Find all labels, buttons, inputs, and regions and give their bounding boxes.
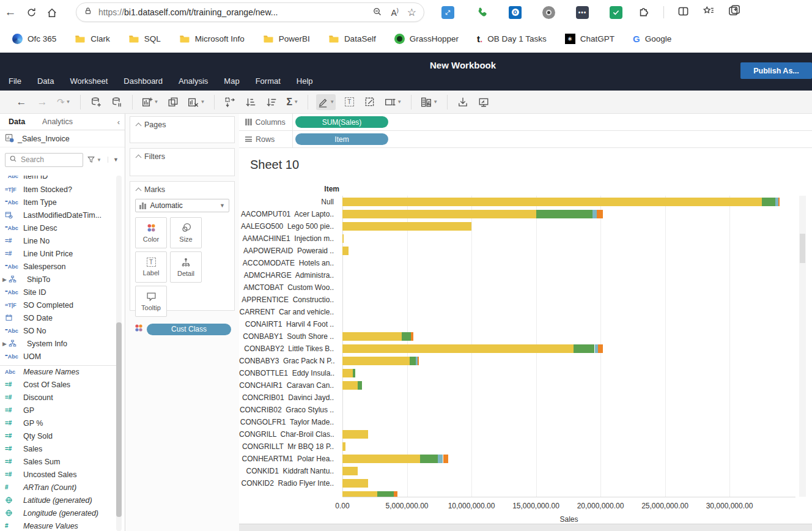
bar-segment-yellow[interactable] xyxy=(342,247,349,255)
row-label[interactable]: CONGRILL Char-Broil Clas.. xyxy=(239,430,339,439)
back-arrow-icon[interactable]: ← xyxy=(14,94,29,110)
show-me-icon[interactable]: ▼ xyxy=(419,94,439,110)
menu-analysis[interactable]: Analysis xyxy=(179,76,208,86)
item-column-header[interactable]: Item xyxy=(239,185,339,193)
read-aloud-icon[interactable]: A) xyxy=(391,7,398,18)
row-label[interactable]: AACOMPUT01 Acer Lapto.. xyxy=(239,210,339,218)
resize-extension-icon[interactable] xyxy=(441,6,454,19)
item-pill[interactable]: Item xyxy=(295,133,388,145)
bookmark-chatgpt[interactable]: ∗ChatGPT xyxy=(565,34,615,44)
label-button[interactable]: TLabel xyxy=(135,251,167,283)
field-lastmodifieddatetim-[interactable]: LastModifiedDateTim... xyxy=(0,209,116,221)
bar-segment-yellow[interactable] xyxy=(342,381,358,390)
sort-descending-icon[interactable] xyxy=(264,94,279,110)
color-button[interactable]: Color xyxy=(135,217,167,248)
pages-shelf[interactable]: Pages xyxy=(130,116,235,143)
bookmark-grasshopper[interactable]: GrassHopper xyxy=(394,34,459,44)
expand-arrow-icon[interactable]: ▶ xyxy=(2,341,9,347)
bar-segment-orange[interactable] xyxy=(418,357,419,365)
row-label[interactable]: CONGOLFR1 Taylor Made.. xyxy=(239,418,339,426)
x-axis-title[interactable]: Sales xyxy=(342,515,795,524)
row-label[interactable]: CONKID1 Kiddraft Nantu.. xyxy=(239,467,339,475)
search-input[interactable]: Search xyxy=(5,153,83,167)
tab-analytics[interactable]: Analytics xyxy=(34,114,81,130)
field-artran-count-[interactable]: #ARTran (Count) xyxy=(0,481,116,494)
field-uncosted-sales[interactable]: =#Uncosted Sales xyxy=(0,468,116,481)
field-qty-sold[interactable]: =#Qty Sold xyxy=(0,429,116,442)
more-tools-extension-icon[interactable]: ••• xyxy=(576,6,589,19)
bar-segment-green[interactable] xyxy=(402,332,411,341)
bookmark-google[interactable]: GGoogle xyxy=(633,34,671,44)
bar-segment-yellow[interactable] xyxy=(342,442,345,451)
bar-segment-teal[interactable] xyxy=(592,210,597,218)
field-so-no[interactable]: ⁼AbcSO No xyxy=(0,324,116,337)
field-shipto[interactable]: ▶ShipTo xyxy=(0,273,116,286)
field-sales-sum[interactable]: =#Sales Sum xyxy=(0,455,116,468)
bookmark-clark[interactable]: Clark xyxy=(75,34,110,43)
row-label[interactable]: CARRENT Car and vehicle.. xyxy=(239,308,339,316)
zoom-out-icon[interactable] xyxy=(372,7,382,18)
bar-segment-green[interactable] xyxy=(410,357,416,365)
highlight-icon[interactable]: ▼ xyxy=(316,94,336,110)
field-measure-values[interactable]: #Measure Values xyxy=(0,519,116,531)
bar-segment-orange[interactable] xyxy=(597,210,603,218)
row-label[interactable]: Null xyxy=(239,198,339,206)
bar-segment-green[interactable] xyxy=(574,344,595,353)
bar-segment-yellow[interactable] xyxy=(342,455,420,463)
bar-segment-yellow[interactable] xyxy=(342,332,402,341)
field-longitude-generated-[interactable]: Longitude (generated) xyxy=(0,507,116,519)
filters-shelf[interactable]: Filters xyxy=(130,148,235,176)
bookmark-sql[interactable]: SQL xyxy=(128,34,161,43)
field-gp[interactable]: =#GP xyxy=(0,404,116,417)
add-data-source-icon[interactable] xyxy=(89,94,103,110)
row-label[interactable]: CONBABY3 Grac Pack N P.. xyxy=(239,357,339,365)
extensions-puzzle-icon[interactable] xyxy=(638,6,650,20)
bar-segment-yellow[interactable] xyxy=(342,234,344,243)
menu-dashboard[interactable]: Dashboard xyxy=(124,76,163,86)
filter-funnel-icon[interactable]: ▼ xyxy=(87,155,102,164)
publish-button[interactable]: Publish As... xyxy=(740,62,812,79)
bookmark-ob-day-1-tasks[interactable]: t.OB Day 1 Tasks xyxy=(477,34,547,44)
bar-segment-yellow[interactable] xyxy=(342,479,368,488)
field-line-unit-price[interactable]: =#Line Unit Price xyxy=(0,247,116,260)
home-icon[interactable] xyxy=(42,6,62,19)
fit-selector-icon[interactable]: ▼ xyxy=(383,94,403,110)
row-label[interactable]: CONHEARTM1 Polar Hea.. xyxy=(239,455,339,463)
field-item-id[interactable]: ⁼AbcItem ID xyxy=(0,176,116,183)
row-label[interactable]: AAPOWERAID Poweraid .. xyxy=(239,247,339,255)
field-so-completed[interactable]: =T|FSO Completed xyxy=(0,299,116,311)
bar-segment-orange[interactable] xyxy=(411,332,413,341)
row-label[interactable]: ADMCHARGE Administra.. xyxy=(239,271,339,280)
view-options-icon[interactable]: ▼ xyxy=(108,157,119,163)
outlook-extension-icon[interactable]: o xyxy=(509,6,522,19)
bar-segment-green[interactable] xyxy=(762,198,775,206)
bar-segment-teal[interactable] xyxy=(438,455,443,463)
favorite-star-icon[interactable]: ☆ xyxy=(407,6,416,19)
clear-sheet-icon[interactable]: ▼ xyxy=(186,94,206,110)
forward-arrow-icon[interactable]: → xyxy=(35,94,50,110)
bookmark-powerbi[interactable]: PowerBI xyxy=(263,34,310,43)
tab-data[interactable]: Data xyxy=(0,114,34,130)
row-label[interactable]: CONAIRT1 Harvil 4 Foot .. xyxy=(239,320,339,329)
bar-segment-green[interactable] xyxy=(377,491,394,497)
bar-segment-green[interactable] xyxy=(358,381,361,390)
row-label[interactable]: CONCRIB02 Graco Stylus .. xyxy=(239,406,339,414)
field-discount[interactable]: =#Discount xyxy=(0,391,116,404)
download-icon[interactable] xyxy=(456,94,470,110)
row-label[interactable]: AALEGO500 Lego 500 pie.. xyxy=(239,222,339,231)
bar-segment-yellow[interactable] xyxy=(342,222,471,231)
todo-check-extension-icon[interactable] xyxy=(610,6,622,19)
menu-worksheet[interactable]: Worksheet xyxy=(70,76,108,86)
bookmark-dataself[interactable]: DataSelf xyxy=(328,34,376,43)
row-label[interactable]: CONCHAIR1 Caravan Can.. xyxy=(239,381,339,390)
sort-ascending-icon[interactable] xyxy=(243,94,258,110)
expand-arrow-icon[interactable]: ▶ xyxy=(2,277,9,283)
row-label[interactable]: CONCRIB01 Davinci Jayd.. xyxy=(239,393,339,402)
size-button[interactable]: Size xyxy=(170,217,202,248)
totals-sigma-icon[interactable]: Σ▼ xyxy=(285,94,300,110)
row-label[interactable]: CONBABY2 Little Tikes B.. xyxy=(239,344,339,353)
bar-segment-yellow[interactable] xyxy=(342,198,762,206)
menu-help[interactable]: Help xyxy=(297,76,313,86)
bookmark-ofc-365[interactable]: Ofc 365 xyxy=(12,34,56,44)
field-site-id[interactable]: ⁼AbcSite ID xyxy=(0,286,116,299)
